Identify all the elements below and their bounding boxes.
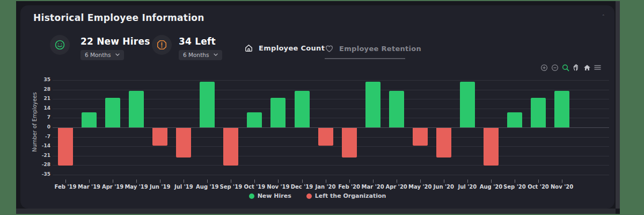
tab-employee-retention-label: Employee Retention bbox=[339, 45, 421, 53]
x-tick-mark bbox=[136, 180, 137, 183]
y-tick-label: -7 bbox=[21, 134, 50, 139]
bar-Apr19[interactable] bbox=[105, 98, 120, 127]
bar-Jul20[interactable] bbox=[460, 82, 475, 128]
bar-Aug19[interactable] bbox=[200, 82, 215, 128]
chart-modebar bbox=[540, 63, 602, 71]
x-tick-mark bbox=[515, 180, 515, 183]
bar-Oct19[interactable] bbox=[247, 112, 262, 127]
historical-employee-card: Historical Employee Information ˆ 22 New… bbox=[20, 5, 614, 209]
bar-Mar20[interactable] bbox=[365, 82, 380, 128]
x-tick-mark bbox=[562, 180, 562, 183]
y-tick-label: -14 bbox=[21, 143, 50, 148]
chart-legend: New HiresLeft the Organization bbox=[20, 192, 614, 199]
legend-label: New Hires bbox=[258, 192, 291, 199]
left-value: 34 bbox=[179, 36, 192, 47]
bar-Jul19[interactable] bbox=[176, 128, 191, 157]
x-tick-mark bbox=[231, 180, 231, 183]
x-tick-mark bbox=[302, 180, 303, 183]
zoom-out-icon[interactable] bbox=[551, 63, 559, 71]
new-hires-stat: 22 New Hires 6 Months bbox=[80, 36, 150, 60]
vertical-scrollbar[interactable] bbox=[616, 1, 620, 209]
tab-employee-retention[interactable]: Employee Retention bbox=[325, 41, 405, 59]
bar-Mar19[interactable] bbox=[82, 112, 97, 127]
bar-Oct20[interactable] bbox=[531, 98, 546, 127]
x-tick-mark bbox=[326, 180, 326, 183]
chevron-down-icon bbox=[115, 53, 120, 56]
x-tick-mark bbox=[538, 180, 539, 183]
bar-Nov20[interactable] bbox=[554, 91, 569, 127]
page-title: Historical Employee Information bbox=[33, 12, 204, 23]
bar-Nov19[interactable] bbox=[270, 98, 286, 127]
x-tick-mark bbox=[278, 180, 279, 183]
gridline bbox=[53, 175, 609, 175]
bar-Feb19[interactable] bbox=[58, 128, 73, 166]
box-zoom-icon[interactable] bbox=[561, 63, 569, 71]
x-tick-mark bbox=[467, 180, 468, 183]
smiley-icon bbox=[54, 39, 65, 51]
heart-icon bbox=[325, 44, 334, 53]
y-tick-label: 0 bbox=[21, 124, 50, 130]
legend-dot-icon bbox=[249, 194, 254, 199]
home-icon bbox=[244, 44, 253, 53]
reset-home-icon[interactable] bbox=[583, 63, 591, 71]
x-tick-mark bbox=[65, 180, 66, 183]
legend-item[interactable]: Left the Organization bbox=[306, 192, 386, 199]
y-tick-label: 28 bbox=[21, 87, 50, 92]
y-tick-label: 21 bbox=[21, 96, 50, 101]
x-tick-mark bbox=[113, 180, 113, 183]
bar-Aug20[interactable] bbox=[484, 128, 499, 166]
tab-employee-count[interactable]: Employee Count bbox=[244, 41, 325, 55]
tab-employee-count-label: Employee Count bbox=[259, 44, 325, 52]
x-tick-mark bbox=[420, 180, 421, 183]
x-tick-mark bbox=[160, 180, 160, 183]
bar-May19[interactable] bbox=[129, 91, 144, 127]
bar-Jun19[interactable] bbox=[152, 128, 167, 146]
bar-Apr20[interactable] bbox=[389, 91, 404, 127]
y-axis-labels: 3528211470-7-14-21-28-35 bbox=[21, 75, 50, 183]
x-tick-mark bbox=[491, 180, 492, 183]
y-tick-label: 35 bbox=[21, 77, 50, 82]
x-tick-mark bbox=[89, 180, 90, 183]
left-stat: 34 Left 6 Months bbox=[179, 36, 222, 60]
bar-May20[interactable] bbox=[413, 128, 428, 146]
y-tick-label: -21 bbox=[21, 153, 50, 158]
left-label: Left bbox=[195, 36, 216, 47]
new-hires-period-dropdown[interactable]: 6 Months bbox=[80, 50, 124, 60]
left-stat-icon-circle bbox=[152, 35, 172, 55]
left-period-dropdown[interactable]: 6 Months bbox=[179, 50, 222, 60]
x-tick-mark bbox=[397, 180, 397, 183]
bar-Sep20[interactable] bbox=[507, 112, 522, 127]
y-tick-label: 14 bbox=[21, 105, 50, 111]
pan-icon[interactable] bbox=[572, 63, 580, 71]
new-hires-value: 22 bbox=[80, 36, 93, 47]
collapse-chevron-icon[interactable]: ˆ bbox=[602, 14, 605, 21]
page-background: Historical Employee Information ˆ 22 New… bbox=[16, 1, 620, 214]
gridline bbox=[53, 146, 609, 147]
y-tick-label: -28 bbox=[21, 162, 50, 167]
y-tick-label: -35 bbox=[21, 171, 50, 177]
zoom-in-icon[interactable] bbox=[540, 63, 548, 71]
x-tick-mark bbox=[444, 180, 444, 183]
bar-Feb20[interactable] bbox=[342, 128, 357, 157]
left-period-value: 6 Months bbox=[183, 52, 209, 58]
y-tick-label: 7 bbox=[21, 114, 50, 120]
new-hires-stat-icon-circle bbox=[50, 35, 70, 55]
bar-Sep19[interactable] bbox=[223, 128, 238, 166]
x-tick-mark bbox=[254, 180, 255, 183]
x-tick-mark bbox=[184, 180, 184, 183]
gridline bbox=[53, 156, 609, 156]
gridline bbox=[53, 165, 609, 166]
chevron-down-icon bbox=[214, 53, 218, 56]
gridline bbox=[53, 90, 609, 90]
legend-label: Left the Organization bbox=[315, 192, 386, 199]
chart-plot: Feb '19Mar '19Apr '19May '19Jun '19Jul '… bbox=[53, 75, 609, 198]
legend-item[interactable]: New Hires bbox=[249, 192, 291, 199]
warning-icon bbox=[156, 39, 167, 51]
horizontal-scrollbar[interactable] bbox=[16, 209, 616, 214]
bar-Dec19[interactable] bbox=[295, 91, 310, 127]
menu-icon[interactable] bbox=[594, 63, 602, 71]
x-tick-mark bbox=[207, 180, 208, 183]
bar-Jan20[interactable] bbox=[318, 128, 333, 146]
gridline bbox=[53, 80, 609, 81]
bar-Jun20[interactable] bbox=[436, 128, 451, 157]
